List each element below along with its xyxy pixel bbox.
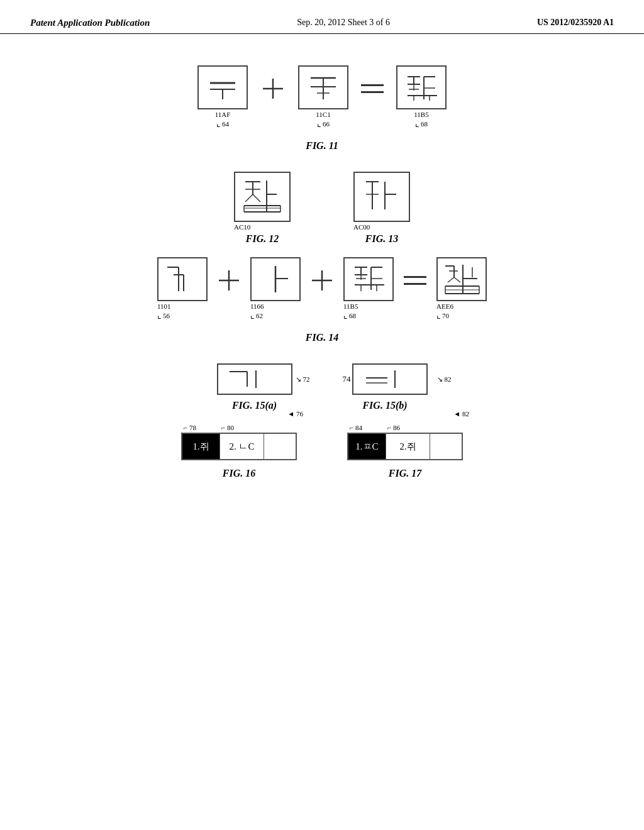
fig11-ref-num-64: ⌞ 64 (216, 118, 229, 129)
figure-12-section: AC10 FIG. 12 (234, 172, 291, 245)
ref-78: ⌐ 78 (181, 424, 219, 431)
publication-label: Patent Application Publication (30, 18, 150, 28)
figure-15b-section: 74 ↘ 82 FIG. 15(b) (343, 363, 428, 411)
figure-14-section: 1101 ⌞ 56 (25, 257, 619, 343)
fig15b-label: FIG. 15(b) (362, 400, 407, 411)
symbol-box-1166 (250, 257, 301, 301)
code-label-11C1: 11C1 (316, 111, 330, 118)
cell-2-fig16[interactable]: 2. ㄴC (220, 434, 264, 459)
fig13-label: FIG. 13 (365, 233, 398, 245)
figure-11-section: 11AF ⌞ 64 (25, 65, 619, 152)
input-box-fig17: 1.ㅍC 2.쥐 (347, 433, 463, 460)
char-11AF-svg (204, 72, 242, 103)
code-label-11AF: 11AF (215, 111, 231, 118)
fig11-item-11B5: 11B5 ⌞ 68 (396, 65, 447, 129)
ref-72: ↘ 72 (296, 375, 310, 384)
symbol-box-11B5 (396, 65, 447, 109)
equals-icon-2 (404, 276, 426, 285)
cell-empty-fig17 (430, 434, 462, 459)
fig14-item-11B5: 11B5 ⌞ 68 (343, 257, 394, 321)
cell-1-fig17[interactable]: 1.ㅍC (348, 434, 386, 459)
code-label-AC10: AC10 (234, 223, 250, 231)
fig11-row: 11AF ⌞ 64 (197, 65, 447, 129)
main-content: 11AF ⌞ 64 (0, 34, 644, 492)
symbol-box-11C1 (298, 65, 348, 109)
symbol-box-fig15b (352, 363, 428, 395)
figure-17-section: ◄ 82 ⌐ 84 ⌐ 86 1.ㅍC 2.쥐 FIG. 17 (347, 424, 463, 479)
arrow-82: ◄ 82 (453, 410, 469, 418)
input-box-fig16: 1.쥐 2. ㄴC (181, 433, 297, 460)
page-header: Patent Application Publication Sep. 20, … (0, 0, 644, 34)
fig17-label: FIG. 17 (389, 468, 421, 479)
code-11B5-2: 11B5 (343, 302, 358, 310)
code-AEE6: AEE6 (436, 302, 453, 310)
code-1101: 1101 (157, 302, 171, 310)
fig1617-row: ◄ 76 ⌐ 78 ⌐ 80 1.쥐 2. ㄴC FIG. 16 (25, 424, 619, 479)
symbol-box-AC00 (353, 172, 410, 222)
ref-80: ⌐ 80 (219, 424, 263, 431)
arrow-76: ◄ 76 (287, 410, 303, 418)
svg-line-62 (448, 277, 454, 282)
cell-2-fig17[interactable]: 2.쥐 (386, 434, 430, 459)
fig15a-label: FIG. 15(a) (232, 400, 277, 411)
ref-74-label: 74 (343, 374, 351, 384)
symbol-box-11B5-2 (343, 257, 394, 301)
plus-icon-3 (311, 269, 333, 292)
symbol-box-11AF (197, 65, 248, 109)
symbol-box-1101 (157, 257, 208, 301)
fig11-item-11C1: 11C1 ⌞ 66 (298, 65, 348, 129)
equals-icon (361, 84, 384, 93)
svg-line-63 (454, 277, 460, 282)
publication-date-sheet: Sep. 20, 2012 Sheet 3 of 6 (297, 18, 390, 28)
fig16-label: FIG. 16 (223, 468, 255, 479)
symbol-box-AC10 (234, 172, 291, 222)
publication-number: US 2012/0235920 A1 (537, 18, 614, 28)
code-1166: 1166 (250, 302, 264, 310)
fig11-item-11AF: 11AF ⌞ 64 (197, 65, 248, 129)
fig12-label: FIG. 12 (246, 233, 279, 245)
cell-1-fig16[interactable]: 1.쥐 (182, 434, 220, 459)
symbol-box-fig15a (217, 363, 292, 395)
svg-line-25 (253, 194, 260, 202)
symbol-box-AEE6 (436, 257, 487, 301)
fig11-ref-11AF: 11AF (215, 111, 231, 118)
svg-line-24 (245, 194, 253, 202)
fig14-item-1166: 1166 ⌞ 62 (250, 257, 301, 321)
cell-empty-fig16 (264, 434, 296, 459)
fig14-item-1101: 1101 ⌞ 56 (157, 257, 208, 321)
ref-84: ⌐ 84 (347, 424, 385, 431)
code-label-AC00: AC00 (353, 223, 370, 231)
fig14-row: 1101 ⌞ 56 (157, 257, 487, 321)
figure-15a-section: ↘ 72 FIG. 15(a) (217, 363, 292, 411)
fig14-label: FIG. 14 (306, 332, 338, 343)
fig1213-row: AC10 FIG. 12 AC00 FIG. 13 (25, 172, 619, 245)
ref-82-15b: ↘ 82 (437, 375, 452, 384)
fig14-item-AEE6: AEE6 ⌞ 70 (436, 257, 487, 321)
fig11-label: FIG. 11 (306, 140, 338, 152)
plus-icon-1 (260, 76, 286, 101)
figure-13-section: AC00 FIG. 13 (353, 172, 410, 245)
code-label-11B5: 11B5 (414, 111, 428, 118)
figure-16-section: ◄ 76 ⌐ 78 ⌐ 80 1.쥐 2. ㄴC FIG. 16 (181, 424, 297, 479)
ref-86: ⌐ 86 (385, 424, 429, 431)
fig15-row: ↘ 72 FIG. 15(a) 74 ↘ (25, 363, 619, 411)
plus-icon-2 (218, 269, 240, 292)
